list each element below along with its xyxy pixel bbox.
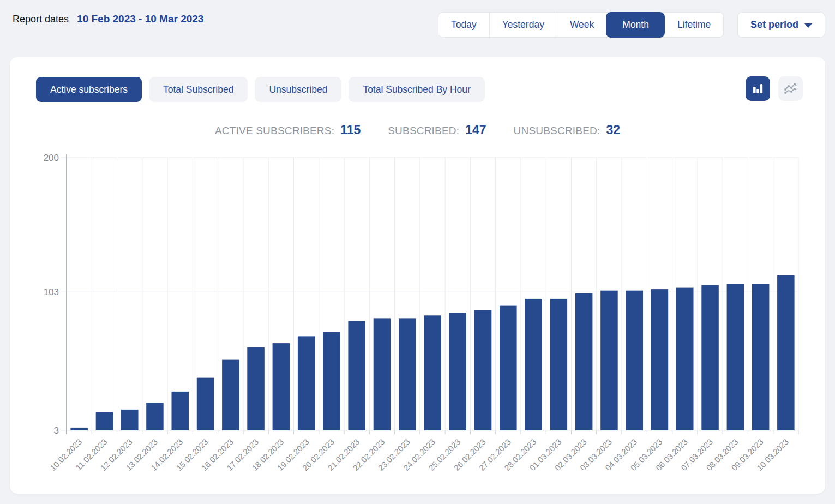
- stat-unsubscribed: UNSUBSCRIBED: 32: [514, 123, 620, 137]
- stat-subscribed: SUBSCRIBED: 147: [388, 123, 486, 137]
- tab-unsubscribed[interactable]: Unsubscribed: [255, 77, 341, 102]
- stat-active-subscribers: ACTIVE SUBSCRIBERS: 115: [215, 123, 361, 137]
- report-tabs: Active subscribers Total Subscribed Unsu…: [36, 77, 485, 102]
- stat-value: 32: [606, 123, 620, 137]
- chevron-down-icon: [804, 23, 812, 28]
- bar-chart-icon: [751, 82, 765, 95]
- period-button-month[interactable]: Month: [606, 12, 665, 38]
- report-dates-value[interactable]: 10 Feb 2023 - 10 Mar 2023: [77, 13, 203, 25]
- stat-label: SUBSCRIBED:: [388, 125, 459, 137]
- tab-total-subscribed-by-hour[interactable]: Total Subscribed By Hour: [349, 77, 484, 102]
- report-dates-label: Report dates: [13, 14, 69, 25]
- stat-value: 147: [465, 123, 486, 137]
- bar-chart-view-button[interactable]: [746, 76, 770, 101]
- line-chart-icon: [783, 81, 798, 96]
- chart-type-switcher: [746, 76, 803, 101]
- set-period-button[interactable]: Set period: [737, 12, 825, 38]
- chart-area: 310320010.02.202311.02.202312.02.202313.…: [43, 149, 810, 484]
- subscribers-bar-chart: 310320010.02.202311.02.202312.02.202313.…: [43, 149, 810, 484]
- line-chart-view-button[interactable]: [778, 76, 803, 101]
- svg-text:103: 103: [44, 287, 59, 297]
- period-button-lifetime[interactable]: Lifetime: [664, 13, 723, 37]
- tab-total-subscribed[interactable]: Total Subscribed: [149, 77, 248, 102]
- set-period-label: Set period: [750, 19, 798, 31]
- subscribers-report-card: Active subscribers Total Subscribed Unsu…: [10, 57, 825, 494]
- svg-text:200: 200: [44, 153, 59, 163]
- period-segmented-control: Today Yesterday Week Month Lifetime: [438, 12, 724, 38]
- stat-value: 115: [340, 123, 361, 137]
- svg-text:3: 3: [54, 425, 59, 436]
- stat-label: ACTIVE SUBSCRIBERS:: [215, 125, 334, 137]
- period-button-yesterday[interactable]: Yesterday: [489, 13, 557, 37]
- period-button-today[interactable]: Today: [438, 13, 489, 37]
- summary-stats: ACTIVE SUBSCRIBERS: 115 SUBSCRIBED: 147 …: [10, 123, 825, 137]
- period-button-week[interactable]: Week: [557, 13, 606, 37]
- tab-active-subscribers[interactable]: Active subscribers: [36, 77, 142, 102]
- report-dates: Report dates 10 Feb 2023 - 10 Mar 2023: [13, 13, 203, 25]
- stat-label: UNSUBSCRIBED:: [514, 125, 600, 137]
